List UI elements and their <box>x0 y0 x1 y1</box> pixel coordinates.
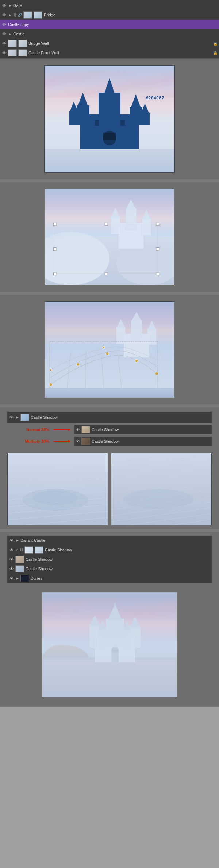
shadow-right-canvas[interactable] <box>111 453 212 525</box>
expand-icon-bridge[interactable]: ▶ <box>8 13 12 17</box>
layer-row-dunes[interactable]: 👁 ▶ Dunes <box>7 574 212 583</box>
shadow-oval-right <box>123 489 193 509</box>
shadow-right-bg <box>111 453 211 525</box>
layer-label-castle: Castle <box>13 32 218 36</box>
shadow-layer-normal[interactable]: 👁 Castle Shadow <box>74 425 212 434</box>
layer-row-castle-shadow-3[interactable]: 👁 Castle Shadow <box>7 564 212 574</box>
visibility-icon-dunes[interactable]: 👁 <box>9 576 14 581</box>
arrowhead-normal <box>68 428 70 431</box>
link-icon-cs1: ⛓ <box>20 548 23 552</box>
shadow-layer-multiply[interactable]: 👁 Castle Shadow <box>74 437 212 446</box>
layer-row-bridge-wall[interactable]: 👁 Bridge Wall 🔒 <box>0 39 219 48</box>
canvas-2[interactable] <box>45 189 174 285</box>
layer-label-bridge-wall: Bridge Wall <box>28 41 211 46</box>
shadow-left-canvas[interactable] <box>7 453 108 525</box>
warp-ground <box>45 388 174 398</box>
ground-layer <box>45 149 174 172</box>
visibility-icon-cs3[interactable]: 👁 <box>9 566 14 571</box>
eye-shadow-normal[interactable]: 👁 <box>76 427 80 432</box>
divider-3 <box>0 404 219 407</box>
svg-rect-13 <box>95 120 99 126</box>
visibility-icon-shadow-mini[interactable]: 👁 <box>9 415 14 420</box>
layer-mask-castle-front-wall <box>18 49 27 56</box>
canvas-3[interactable] <box>45 301 174 398</box>
svg-marker-19 <box>111 208 120 218</box>
chain-icon-bridge: ⛓ <box>13 13 16 17</box>
label-cs2: Castle Shadow <box>26 557 210 562</box>
shadow-layers-area: 👁 ▶ Castle Shadow Normal 25% 👁 Castle Sh… <box>0 407 219 449</box>
visibility-icon-bridge-wall[interactable]: 👁 <box>1 41 7 46</box>
visibility-icon-bridge[interactable]: 👁 <box>1 12 7 17</box>
svg-marker-17 <box>126 199 137 210</box>
thumb-shadow-normal <box>81 426 90 433</box>
svg-marker-57 <box>123 621 131 630</box>
thumb-shadow-mini <box>20 414 29 421</box>
layer-row-castle-copy[interactable]: 👁 Castle copy <box>0 20 219 29</box>
label-cs1: Castle Shadow <box>45 548 210 552</box>
final-canvas[interactable] <box>42 592 177 697</box>
shadow-layer-panel: 👁 ▶ Castle Shadow <box>7 412 212 423</box>
visibility-icon-cs1[interactable]: 👁 <box>9 547 14 552</box>
svg-rect-30 <box>156 273 159 275</box>
canvas-1[interactable]: #204C87 <box>44 65 175 173</box>
visibility-icon-cs2[interactable]: 👁 <box>9 557 14 562</box>
visibility-icon-castle-copy[interactable]: 👁 <box>1 22 7 27</box>
svg-rect-63 <box>132 635 135 639</box>
layer-mask-thumb-bridge <box>34 11 42 19</box>
layer-label-bridge: Bridge <box>44 13 218 17</box>
svg-marker-21 <box>142 210 151 219</box>
svg-rect-5 <box>130 107 142 125</box>
expand-icon-castle[interactable]: ▶ <box>8 32 12 36</box>
layers-panel-2-area: 👁 ▶ Distant Castle 👁 ✓ ⛓ Castle Shadow 👁… <box>0 532 219 585</box>
shadow-comparison-area <box>0 449 219 529</box>
layer-thumb-castle-front-wall <box>8 49 17 56</box>
shadow-row-multiply: Multiply 10% 👁 Castle Shadow <box>7 437 212 446</box>
label-distant-castle: Distant Castle <box>20 538 210 543</box>
arrowhead-multiply <box>68 440 70 443</box>
layer-row-castle[interactable]: 👁 ▶ Castle <box>0 29 219 39</box>
svg-rect-3 <box>77 105 89 125</box>
shadow-row-normal: Normal 25% 👁 Castle Shadow <box>7 425 212 434</box>
svg-rect-61 <box>100 635 103 639</box>
eye-shadow-multiply[interactable]: 👁 <box>76 439 80 443</box>
layer-row-castle-shadow-1[interactable]: 👁 ✓ ⛓ Castle Shadow <box>7 545 212 555</box>
thumb-cs1 <box>24 546 33 554</box>
expand-icon-shadow-mini[interactable]: ▶ <box>15 415 19 419</box>
expand-icon-distant-castle[interactable]: ▶ <box>15 539 19 542</box>
label-cs3: Castle Shadow <box>26 567 210 571</box>
svg-rect-22 <box>55 224 157 274</box>
visibility-icon-castle[interactable]: 👁 <box>1 31 7 36</box>
svg-marker-37 <box>147 320 157 330</box>
layer-row-bridge[interactable]: 👁 ▶ ⛓ 🔗 Bridge <box>0 10 219 20</box>
svg-rect-25 <box>156 223 159 226</box>
svg-point-41 <box>135 360 138 363</box>
svg-marker-49 <box>114 602 116 605</box>
layer-label-gate: Gate <box>13 3 218 8</box>
name-shadow-normal: Castle Shadow <box>92 427 119 432</box>
layer-thumb-bridge <box>23 11 32 19</box>
divider-2 <box>0 292 219 295</box>
final-canvas-area <box>0 585 219 707</box>
svg-point-40 <box>106 352 109 355</box>
svg-rect-24 <box>105 223 108 226</box>
visibility-icon-distant-castle[interactable]: 👁 <box>9 538 14 543</box>
layer-label-castle-front-wall: Castle Front Wall <box>28 51 211 55</box>
lock-icon-bridge-wall: 🔒 <box>213 42 218 46</box>
svg-rect-29 <box>105 273 108 275</box>
expand-icon-gate[interactable]: ▶ <box>8 4 12 7</box>
layer-row-castle-shadow-2[interactable]: 👁 Castle Shadow <box>7 555 212 564</box>
expand-icon-dunes[interactable]: ▶ <box>15 576 19 580</box>
layers-panel-2: 👁 ▶ Distant Castle 👁 ✓ ⛓ Castle Shadow 👁… <box>7 536 212 583</box>
layer-row-castle-front-wall[interactable]: 👁 Castle Front Wall 🔒 <box>0 48 219 58</box>
layer-row-gate[interactable]: 👁 ▶ Gate <box>0 1 219 10</box>
thumb-cs2 <box>15 556 24 563</box>
layer-row-distant-castle[interactable]: 👁 ▶ Distant Castle <box>7 536 212 545</box>
svg-rect-23 <box>54 223 57 226</box>
visibility-icon-castle-front-wall[interactable]: 👁 <box>1 50 7 55</box>
svg-marker-6 <box>130 94 141 109</box>
label-dunes: Dunes <box>31 576 210 580</box>
layer-row-castle-shadow-mini[interactable]: 👁 ▶ Castle Shadow <box>7 413 212 422</box>
layer-mask-bridge-wall <box>18 40 27 47</box>
visibility-icon-gate[interactable]: 👁 <box>1 3 7 8</box>
svg-point-39 <box>77 363 80 366</box>
